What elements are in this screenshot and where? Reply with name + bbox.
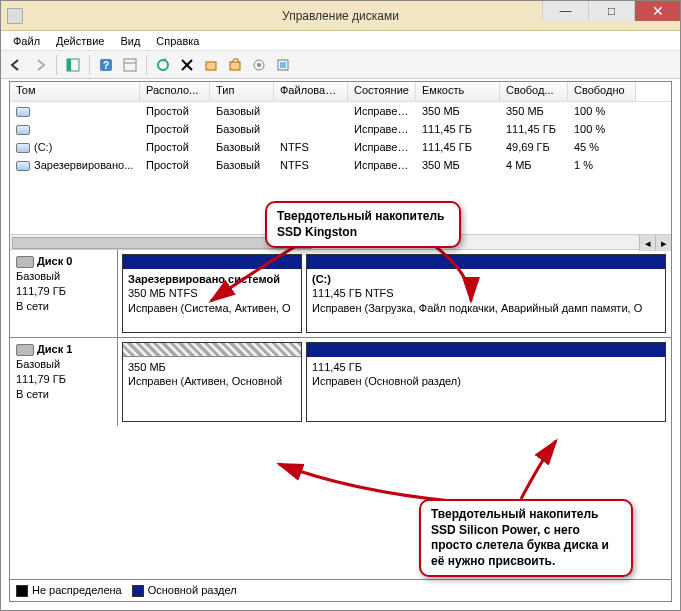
legend-primary: Основной раздел (132, 584, 237, 597)
menu-file[interactable]: Файл (7, 34, 46, 48)
back-button[interactable] (5, 54, 27, 76)
col-status[interactable]: Состояние (348, 82, 416, 101)
disk-icon (16, 256, 34, 268)
partition[interactable]: Зарезервировано системой350 МБ NTFSИспра… (122, 254, 302, 333)
svg-rect-10 (230, 62, 240, 70)
help-button[interactable]: ? (95, 54, 117, 76)
volume-icon (16, 125, 30, 135)
menu-help[interactable]: Справка (150, 34, 205, 48)
window-controls: — □ ✕ (542, 1, 680, 21)
toolbar-btn-10[interactable] (248, 54, 270, 76)
col-type[interactable]: Тип (210, 82, 274, 101)
partition[interactable]: 350 МБИсправен (Активен, Основной (122, 342, 302, 422)
maximize-button[interactable]: □ (588, 1, 634, 21)
volume-icon (16, 107, 30, 117)
toolbar-btn-8[interactable] (200, 54, 222, 76)
col-free-space[interactable]: Свобод... (500, 82, 568, 101)
volume-row[interactable]: ПростойБазовыйИсправен...111,45 ГБ111,45… (10, 120, 671, 138)
volume-list-header: Том Располо... Тип Файловая с... Состоян… (10, 82, 671, 102)
partition-container: 350 МБИсправен (Активен, Основной111,45 … (118, 338, 671, 426)
volume-row[interactable]: Зарезервировано...ПростойБазовыйNTFSИспр… (10, 156, 671, 174)
toolbar-btn-5[interactable] (119, 54, 141, 76)
disk-header[interactable]: Диск 1Базовый111,79 ГБВ сети (10, 338, 118, 426)
disk-row: Диск 1Базовый111,79 ГБВ сети350 МБИсправ… (10, 338, 671, 426)
menu-view[interactable]: Вид (114, 34, 146, 48)
svg-point-12 (257, 63, 261, 67)
delete-button[interactable] (176, 54, 198, 76)
disk-row: Диск 0Базовый111,79 ГБВ сетиЗарезервиров… (10, 250, 671, 338)
partition[interactable]: (C:)111,45 ГБ NTFSИсправен (Загрузка, Фа… (306, 254, 666, 333)
volume-icon (16, 143, 30, 153)
partition-container: Зарезервировано системой350 МБ NTFSИспра… (118, 250, 671, 337)
volume-row[interactable]: (C:)ПростойБазовыйNTFSИсправен...111,45 … (10, 138, 671, 156)
svg-rect-4 (124, 59, 136, 71)
scroll-right-icon[interactable]: ▸ (655, 235, 671, 251)
partition[interactable]: 111,45 ГБИсправен (Основной раздел) (306, 342, 666, 422)
callout-kingston: Твердотельный накопитель SSD Kingston (265, 201, 461, 248)
col-volume[interactable]: Том (10, 82, 140, 101)
col-capacity[interactable]: Емкость (416, 82, 500, 101)
toolbar-btn-11[interactable] (272, 54, 294, 76)
forward-button[interactable] (29, 54, 51, 76)
volume-list: Том Располо... Тип Файловая с... Состоян… (10, 82, 671, 174)
svg-text:?: ? (103, 60, 109, 71)
col-free-pct[interactable]: Свободно (568, 82, 636, 101)
col-filesystem[interactable]: Файловая с... (274, 82, 348, 101)
toolbar-btn-9[interactable] (224, 54, 246, 76)
svg-rect-9 (206, 62, 216, 70)
toolbar: ? (1, 51, 680, 79)
window-title: Управление дисками (282, 9, 399, 23)
disk-icon (16, 344, 34, 356)
refresh-button[interactable] (152, 54, 174, 76)
menubar: Файл Действие Вид Справка (1, 31, 680, 51)
col-layout[interactable]: Располо... (140, 82, 210, 101)
volume-icon (16, 161, 30, 171)
legend-unallocated: Не распределена (16, 584, 122, 597)
volume-row[interactable]: ПростойБазовыйИсправен...350 МБ350 МБ100… (10, 102, 671, 120)
disk-header[interactable]: Диск 0Базовый111,79 ГБВ сети (10, 250, 118, 337)
svg-point-6 (158, 60, 168, 70)
minimize-button[interactable]: — (542, 1, 588, 21)
svg-rect-14 (280, 62, 286, 68)
callout-silicon-power: Твердотельный накопитель SSD Silicon Pow… (419, 499, 633, 577)
legend: Не распределена Основной раздел (10, 579, 671, 601)
app-icon (7, 8, 23, 24)
titlebar: Управление дисками — □ ✕ (1, 1, 680, 31)
svg-rect-1 (67, 59, 71, 71)
scroll-left-icon[interactable]: ◂ (639, 235, 655, 251)
menu-action[interactable]: Действие (50, 34, 110, 48)
show-hide-tree-button[interactable] (62, 54, 84, 76)
close-button[interactable]: ✕ (634, 1, 680, 21)
